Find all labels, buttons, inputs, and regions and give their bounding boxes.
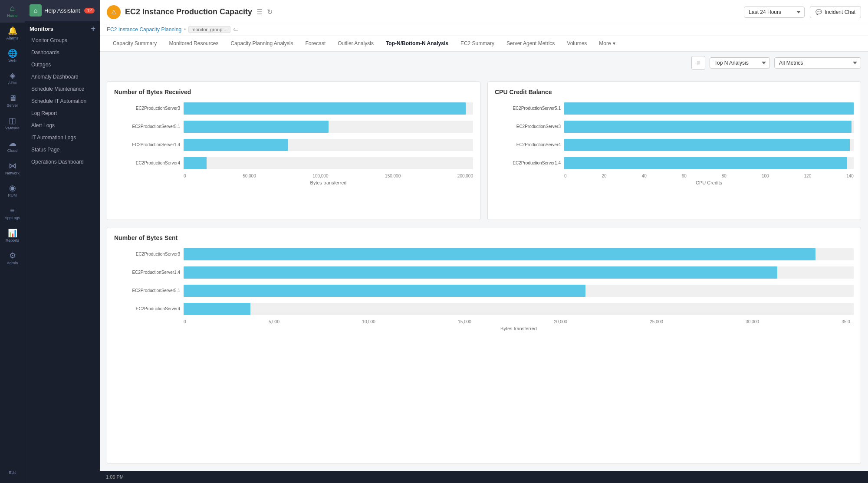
bar-row: EC2ProductionServer3 bbox=[114, 248, 854, 260]
cpu-credit-bars: EC2ProductionServer5.1 EC2ProductionServ… bbox=[495, 102, 854, 171]
nav-vmware[interactable]: ◫ VMware bbox=[0, 112, 25, 135]
nav-alarms[interactable]: 🔔 Alarms bbox=[0, 23, 25, 45]
refresh-icon[interactable]: ↻ bbox=[267, 8, 273, 16]
axis-labels: 0 50,000 100,000 150,000 200,000 bbox=[184, 174, 473, 178]
nav-reports-label: Reports bbox=[6, 238, 20, 243]
axis-label: 30,000 bbox=[746, 319, 759, 324]
sidebar-add-button[interactable]: + bbox=[91, 25, 95, 33]
axis-label: 200,000 bbox=[457, 174, 473, 178]
bytes-sent-title: Number of Bytes Sent bbox=[114, 234, 854, 241]
tab-bar: Capacity Summary Monitored Resources Cap… bbox=[100, 36, 868, 52]
tab-capacity-planning-analysis[interactable]: Capacity Planning Analysis bbox=[224, 36, 299, 52]
nav-cloud-label: Cloud bbox=[7, 148, 18, 153]
time-selector[interactable]: Last 24 Hours bbox=[744, 7, 805, 18]
nav-network[interactable]: ⋈ Network bbox=[0, 158, 25, 180]
nav-server[interactable]: 🖥 Server bbox=[0, 90, 25, 112]
nav-applogs[interactable]: ≡ AppLogs bbox=[0, 202, 25, 225]
sidebar-item-schedule-maintenance[interactable]: Schedule Maintenance bbox=[25, 83, 100, 95]
metrics-select[interactable]: All Metrics CPU Memory Disk Network bbox=[774, 57, 861, 69]
bar-fill bbox=[184, 102, 466, 115]
bar-label: EC2ProductionServer5.1 bbox=[495, 106, 564, 111]
axis-label: 0 bbox=[184, 174, 186, 178]
sidebar-item-log-report[interactable]: Log Report bbox=[25, 107, 100, 119]
nav-rum[interactable]: ◉ RUM bbox=[0, 180, 25, 202]
nav-edit[interactable]: Edit bbox=[7, 466, 18, 480]
tag-icon[interactable]: 🏷 bbox=[233, 26, 238, 33]
nav-apm[interactable]: ◈ APM bbox=[0, 67, 25, 90]
bar-label: EC2ProductionServer4 bbox=[114, 306, 184, 312]
app-badge: 12 bbox=[84, 8, 94, 13]
cpu-credit-axis-title: CPU Credits bbox=[495, 180, 854, 185]
incident-chat-label: Incident Chat bbox=[825, 9, 855, 15]
cpu-credit-container: EC2ProductionServer5.1 EC2ProductionServ… bbox=[495, 102, 854, 185]
sidebar-item-monitor-groups[interactable]: Monitor Groups bbox=[25, 34, 100, 46]
bar-fill bbox=[184, 303, 250, 315]
icon-nav: ⌂ Home 🔔 Alarms 🌐 Web ◈ APM 🖥 Server ◫ V… bbox=[0, 0, 25, 483]
nav-network-label: Network bbox=[5, 171, 20, 176]
current-time: 1:06 PM bbox=[106, 474, 124, 480]
nav-home-label: Home bbox=[7, 13, 17, 18]
tab-monitored-resources[interactable]: Monitored Resources bbox=[163, 36, 224, 52]
nav-home[interactable]: ⌂ Home bbox=[0, 0, 25, 23]
tab-ec2-summary[interactable]: EC2 Summary bbox=[454, 36, 500, 52]
charts-area: Number of Bytes Received EC2ProductionSe… bbox=[100, 74, 868, 471]
tab-forecast[interactable]: Forecast bbox=[299, 36, 332, 52]
sidebar-item-anomaly-dashboard[interactable]: Anomaly Dashboard bbox=[25, 71, 100, 83]
sidebar-item-status-page[interactable]: Status Page bbox=[25, 144, 100, 156]
home-icon: ⌂ bbox=[10, 4, 15, 12]
admin-icon: ⚙ bbox=[9, 252, 16, 260]
sidebar-item-dashboards[interactable]: Dashboards bbox=[25, 46, 100, 59]
sidebar-item-schedule-it-automation[interactable]: Schedule IT Automation bbox=[25, 95, 100, 107]
sidebar-header: ⌂ Help Assistant 12 bbox=[25, 0, 100, 21]
axis-label: 35,0... bbox=[842, 319, 854, 324]
toolbar-row: ≡ Top N Analysis Bottom N Analysis All M… bbox=[100, 52, 868, 74]
tab-outlier-analysis[interactable]: Outlier Analysis bbox=[332, 36, 380, 52]
bar-label: EC2ProductionServer5.1 bbox=[114, 124, 184, 129]
tab-more[interactable]: More ▾ bbox=[593, 36, 621, 51]
bar-label: EC2ProductionServer3 bbox=[114, 106, 184, 111]
sidebar-item-it-automation-logs[interactable]: IT Automation Logs bbox=[25, 131, 100, 144]
bar-fill bbox=[184, 139, 288, 151]
app-logo: ⌂ bbox=[30, 4, 42, 16]
text-sidebar: ⌂ Help Assistant 12 Monitors + Monitor G… bbox=[25, 0, 100, 483]
bytes-sent-container: EC2ProductionServer3 EC2ProductionServer… bbox=[114, 248, 854, 331]
sidebar-item-alert-logs[interactable]: Alert Logs bbox=[25, 119, 100, 131]
chat-icon: 💬 bbox=[815, 9, 822, 15]
nav-reports[interactable]: 📊 Reports bbox=[0, 225, 25, 247]
incident-chat-button[interactable]: 💬 Incident Chat bbox=[810, 6, 861, 18]
charts-row-1: Number of Bytes Received EC2ProductionSe… bbox=[107, 81, 861, 220]
axis-label: 15,000 bbox=[458, 319, 471, 324]
bar-label: EC2ProductionServer5.1 bbox=[114, 288, 184, 293]
sidebar-section-label: Monitors bbox=[30, 26, 53, 32]
web-icon: 🌐 bbox=[8, 49, 17, 57]
bar-fill bbox=[184, 157, 207, 169]
tab-capacity-summary[interactable]: Capacity Summary bbox=[107, 36, 163, 52]
topbar-actions: ☰ ↻ bbox=[256, 8, 273, 16]
axis-label: 40 bbox=[642, 174, 647, 178]
nav-admin[interactable]: ⚙ Admin bbox=[0, 247, 25, 270]
nav-cloud[interactable]: ☁ Cloud bbox=[0, 135, 25, 158]
breadcrumb-link[interactable]: EC2 Instance Capacity Planning bbox=[107, 26, 181, 33]
tab-volumes[interactable]: Volumes bbox=[561, 36, 593, 52]
nav-web[interactable]: 🌐 Web bbox=[0, 45, 25, 68]
topbar-right: Last 24 Hours 💬 Incident Chat bbox=[744, 6, 861, 18]
analysis-type-select[interactable]: Top N Analysis Bottom N Analysis bbox=[710, 57, 770, 69]
bar-fill bbox=[564, 121, 852, 133]
axis-labels: 0 20 40 60 80 100 120 140 bbox=[564, 174, 854, 178]
list-view-button[interactable]: ≡ bbox=[691, 56, 705, 70]
menu-icon[interactable]: ☰ bbox=[256, 8, 263, 16]
bar-fill bbox=[184, 248, 815, 260]
nav-server-label: Server bbox=[7, 103, 18, 108]
chart-axis: 0 50,000 100,000 150,000 200,000 bbox=[114, 174, 473, 178]
bar-track bbox=[184, 248, 854, 260]
sidebar-item-operations-dashboard[interactable]: Operations Dashboard bbox=[25, 156, 100, 168]
tab-server-agent-metrics[interactable]: Server Agent Metrics bbox=[500, 36, 561, 52]
cpu-credit-title: CPU Credit Balance bbox=[495, 89, 854, 95]
sidebar-section-monitors[interactable]: Monitors + bbox=[25, 21, 100, 34]
nav-web-label: Web bbox=[8, 59, 16, 63]
tab-top-n-bottom-n[interactable]: Top-N/Bottom-N Analysis bbox=[380, 36, 454, 52]
bar-label: EC2ProductionServer3 bbox=[114, 252, 184, 257]
sidebar-item-outages[interactable]: Outages bbox=[25, 59, 100, 71]
server-icon: 🖥 bbox=[9, 94, 16, 102]
bar-label: EC2ProductionServer4 bbox=[114, 161, 184, 166]
